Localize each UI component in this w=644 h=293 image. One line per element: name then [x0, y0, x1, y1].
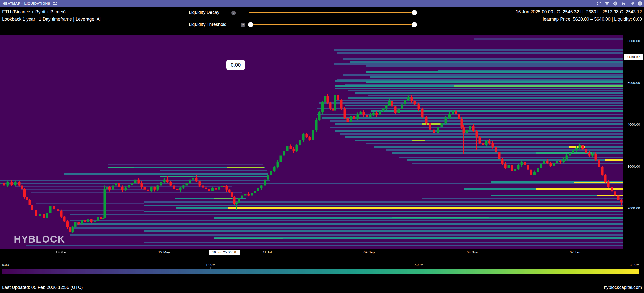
- date-axis-label: 08 Nov: [457, 250, 488, 254]
- close-icon[interactable]: [638, 1, 642, 6]
- colorbar-scale-label: 0.00: [2, 263, 9, 267]
- liquidity-threshold-handle-max[interactable]: [412, 22, 417, 27]
- heatmap-canvas[interactable]: [0, 35, 623, 249]
- threshold-help-icon[interactable]: ?: [241, 23, 245, 27]
- price-axis-label: 4000.00: [624, 123, 643, 126]
- liquidity-threshold-slider[interactable]: [249, 24, 416, 25]
- liquidity-tooltip: 0.00: [226, 60, 245, 70]
- last-updated-text: Last Updated: 05 Feb 2026 12:56 (UTC): [2, 285, 83, 290]
- colorbar-tick: [419, 267, 419, 269]
- save-icon[interactable]: [621, 1, 626, 6]
- liquidation-heatmap-chart[interactable]: [0, 35, 623, 249]
- colorbar-scale-label: 2.00M: [408, 263, 429, 267]
- price-axis-label: 5000.00: [624, 81, 643, 85]
- refresh-icon[interactable]: [596, 1, 601, 6]
- colorbar-scale-label: 3.00M: [619, 263, 639, 267]
- site-link[interactable]: hyblockcapital.com: [604, 285, 642, 290]
- window-toolbar: [596, 0, 642, 7]
- hyblock-heatmap-window: HEATMAP – LIQUIDATIONS: [0, 0, 644, 293]
- crosshair-price-label: 5630.37: [624, 54, 643, 60]
- settings-gear-icon[interactable]: [613, 1, 618, 6]
- date-axis-label: 12 May: [149, 250, 180, 254]
- price-axis-label: 2000.00: [624, 206, 643, 210]
- sliders-icon[interactable]: [52, 1, 57, 6]
- colorbar-scale-label: 1.00M: [200, 263, 221, 267]
- title-bar: HEATMAP – LIQUIDATIONS: [0, 0, 644, 7]
- date-axis-label: 09 Sep: [354, 250, 385, 254]
- liquidity-decay-slider[interactable]: [249, 12, 416, 13]
- lookback-info: Lookback:1 year | 1 Day timeframe | Leve…: [2, 16, 102, 22]
- liquidity-colorbar: [2, 269, 639, 274]
- symbol-info: ETH (Binance + Bybit + Bitmex): [2, 9, 66, 15]
- colorbar-tick: [639, 267, 639, 269]
- layers-resize-icon[interactable]: [629, 1, 634, 6]
- window-title: HEATMAP – LIQUIDATIONS: [3, 2, 50, 5]
- camera-icon[interactable]: [605, 1, 609, 6]
- liquidity-decay-label: Liquidity Decay: [189, 10, 219, 15]
- hyblock-watermark: HYBLOCK: [14, 234, 65, 245]
- decay-help-icon[interactable]: ?: [231, 11, 236, 15]
- liquidity-decay-handle[interactable]: [412, 10, 417, 15]
- heatmap-price-readout: Heatmap Price: 5620.00 – 5640.00 | Liqui…: [540, 16, 642, 22]
- liquidity-threshold-handle-min[interactable]: [248, 22, 253, 27]
- date-axis-label: 13 Mar: [46, 250, 77, 254]
- date-axis-label: 11 Jul: [252, 250, 283, 254]
- colorbar-tick: [210, 267, 211, 269]
- crosshair-date-label: 16 Jun 25 06:58: [209, 250, 240, 255]
- liquidity-threshold-label: Liquidity Threshold: [189, 22, 227, 27]
- date-axis-label: 07 Jan: [560, 250, 590, 254]
- price-axis-label: 3000.00: [624, 165, 643, 168]
- price-axis-label: 6000.00: [624, 39, 643, 43]
- ohlc-readout: 16 Jun 2025 00:00 | O: 2546.32 H: 2680 L…: [516, 9, 642, 15]
